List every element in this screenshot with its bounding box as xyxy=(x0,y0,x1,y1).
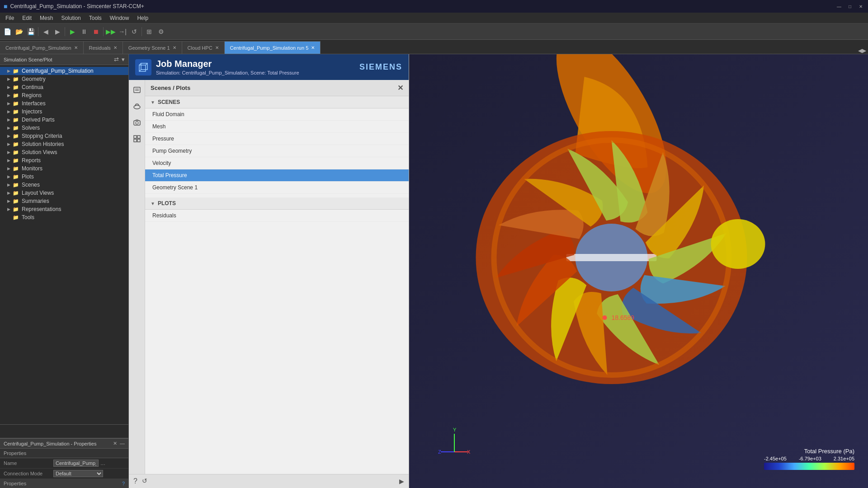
folder-icon: 📁 xyxy=(13,190,20,196)
property-name-value[interactable]: … xyxy=(50,458,128,469)
properties-header-label: Centrifugal_Pump_Simulation - Properties xyxy=(4,441,96,446)
toolbar-back[interactable]: ◀ xyxy=(40,26,51,37)
tab-run5[interactable]: Centrifugal_Pump_Simulation run 5 ✕ xyxy=(225,41,321,54)
scene-geometry-scene1[interactable]: Geometry Scene 1 xyxy=(145,182,409,194)
menu-help[interactable]: Help xyxy=(133,14,152,22)
tree-item-plots[interactable]: ▶ 📁 Plots xyxy=(0,173,128,181)
tab-simulation-close[interactable]: ✕ xyxy=(74,45,78,50)
tree-item-stopping-criteria[interactable]: ▶ 📁 Stopping Criteria xyxy=(0,132,128,140)
tab-residuals-close[interactable]: ✕ xyxy=(113,45,117,50)
tree-item-representations[interactable]: ▶ 📁 Representations xyxy=(0,205,128,213)
scene-total-pressure[interactable]: Total Pressure xyxy=(145,169,409,182)
menu-window[interactable]: Window xyxy=(106,14,133,22)
scenes-section-header[interactable]: ▼ SCENES xyxy=(145,96,409,108)
tree-item-layout-views[interactable]: ▶ 📁 Layout Views xyxy=(0,189,128,197)
tab-simulation[interactable]: Centrifugal_Pump_Simulation ✕ xyxy=(0,41,84,54)
tree-item-continua[interactable]: ▶ 📁 Continua xyxy=(0,83,128,91)
tree-item-scenes[interactable]: ▶ 📁 Scenes xyxy=(0,181,128,189)
scene-pressure[interactable]: Pressure xyxy=(145,133,409,145)
jm-side-cloud-icon[interactable] xyxy=(131,100,143,113)
tree-item-simulation[interactable]: ▶ 📁 Centrifugal_Pump_Simulation xyxy=(0,67,128,75)
folder-icon: 📁 xyxy=(13,215,20,221)
tree-item-summaries[interactable]: ▶ 📁 Summaries xyxy=(0,197,128,205)
minimize-button[interactable]: — xyxy=(835,3,843,10)
property-connection-label: Connection Mode xyxy=(0,469,50,479)
tab-cloud-hpc-close[interactable]: ✕ xyxy=(215,45,219,50)
tab-geometry-scene[interactable]: Geometry Scene 1 ✕ xyxy=(123,41,182,54)
svg-text:Z: Z xyxy=(438,449,441,455)
toolbar-forward[interactable]: ▶ xyxy=(52,26,63,37)
tree-item-derived-parts[interactable]: ▶ 📁 Derived Parts xyxy=(0,116,128,124)
close-button[interactable]: ✕ xyxy=(857,3,864,10)
tree-item-monitors[interactable]: ▶ 📁 Monitors xyxy=(0,164,128,173)
jm-side-list-icon[interactable] xyxy=(131,84,143,96)
tab-residuals[interactable]: Residuals ✕ xyxy=(84,41,123,54)
scene-mesh[interactable]: Mesh xyxy=(145,121,409,133)
tab-scroll-left[interactable]: ◀ xyxy=(858,47,862,54)
toolbar-mesh-btn[interactable]: ⊞ xyxy=(144,26,155,37)
toolbar-reset[interactable]: ↺ xyxy=(129,26,140,37)
svg-point-22 xyxy=(134,105,140,109)
property-name-dots-icon[interactable]: … xyxy=(100,460,105,466)
menu-solution[interactable]: Solution xyxy=(57,14,84,22)
help-icon[interactable]: ? xyxy=(122,481,125,486)
window-controls[interactable]: — □ ✕ xyxy=(835,3,864,10)
jm-bottom-refresh-icon[interactable]: ↺ xyxy=(142,477,147,485)
toolbar-init[interactable]: ⚙ xyxy=(156,26,166,37)
maximize-button[interactable]: □ xyxy=(846,3,854,10)
tree-item-regions[interactable]: ▶ 📁 Regions xyxy=(0,91,128,99)
jm-side-camera-icon[interactable] xyxy=(131,116,143,129)
tree-item-injectors[interactable]: ▶ 📁 Injectors xyxy=(0,108,128,116)
menu-file[interactable]: File xyxy=(2,14,18,22)
menu-mesh[interactable]: Mesh xyxy=(36,14,57,22)
toolbar-step[interactable]: →| xyxy=(117,26,128,37)
menu-tools[interactable]: Tools xyxy=(85,14,105,22)
tree-item-tools[interactable]: 📁 Tools xyxy=(0,213,128,221)
toolbar-save[interactable]: 💾 xyxy=(25,26,36,37)
tab-run5-close[interactable]: ✕ xyxy=(311,45,315,50)
scene-fluid-domain[interactable]: Fluid Domain xyxy=(145,108,409,121)
toolbar-run[interactable]: ▶▶ xyxy=(105,26,116,37)
tab-scroll-right[interactable]: ▶ xyxy=(862,47,866,54)
tree-item-geometry[interactable]: ▶ 📁 Geometry xyxy=(0,75,128,83)
scene-pump-geometry[interactable]: Pump Geometry xyxy=(145,145,409,157)
menu-edit[interactable]: Edit xyxy=(19,14,35,22)
properties-minimize-icon[interactable]: — xyxy=(120,441,125,446)
scenes-close-button[interactable]: ✕ xyxy=(397,84,403,92)
panel-sync-icon[interactable]: ⇄ xyxy=(114,56,119,63)
plots-section-header[interactable]: ▼ PLOTS xyxy=(145,197,409,210)
tree-label-regions: Regions xyxy=(22,92,125,99)
tree-item-solution-views[interactable]: ▶ 📁 Solution Views xyxy=(0,148,128,156)
cube-svg xyxy=(138,62,148,72)
property-connection-select[interactable]: Default xyxy=(53,470,103,477)
svg-text:Y: Y xyxy=(453,427,457,432)
arrow-icon: ▶ xyxy=(7,126,13,130)
tree-item-reports[interactable]: ▶ 📁 Reports xyxy=(0,156,128,164)
tab-cloud-hpc[interactable]: Cloud HPC ✕ xyxy=(182,41,225,54)
toolbar-pause[interactable]: ⏸ xyxy=(79,26,90,37)
scene-velocity[interactable]: Velocity xyxy=(145,157,409,169)
bottom-props-bar: Properties ? xyxy=(0,479,128,488)
tree-item-solution-histories[interactable]: ▶ 📁 Solution Histories xyxy=(0,140,128,148)
tree-item-interfaces[interactable]: ▶ 📁 Interfaces xyxy=(0,99,128,108)
tree-label-interfaces: Interfaces xyxy=(22,100,125,107)
jm-side-grid-icon[interactable] xyxy=(131,132,143,145)
properties-close-icon[interactable]: ✕ xyxy=(113,441,117,446)
arrow-icon: ▶ xyxy=(7,150,13,155)
toolbar-play[interactable]: ▶ xyxy=(67,26,78,37)
toolbar-stop[interactable]: ⏹ xyxy=(90,26,101,37)
jm-bottom-expand-icon[interactable]: ▶ xyxy=(399,478,404,485)
toolbar-open[interactable]: 📂 xyxy=(14,26,24,37)
tab-simulation-label: Centrifugal_Pump_Simulation xyxy=(5,45,71,51)
panel-menu-icon[interactable]: ▾ xyxy=(122,56,125,63)
plot-residuals[interactable]: Residuals xyxy=(145,210,409,222)
jm-bottom-help-icon[interactable]: ? xyxy=(133,477,137,485)
tree-item-solvers[interactable]: ▶ 📁 Solvers xyxy=(0,124,128,132)
tab-scroll-buttons[interactable]: ◀ ▶ xyxy=(858,47,868,54)
tree-label-solution-views: Solution Views xyxy=(22,149,125,155)
toolbar-new[interactable]: 📄 xyxy=(2,26,13,37)
tab-geometry-scene-close[interactable]: ✕ xyxy=(173,45,176,50)
jm-header-left: Job Manager Simulation: Centrifugal_Pump… xyxy=(135,59,299,75)
property-connection-value[interactable]: Default xyxy=(50,469,128,479)
property-name-input[interactable] xyxy=(53,460,99,467)
